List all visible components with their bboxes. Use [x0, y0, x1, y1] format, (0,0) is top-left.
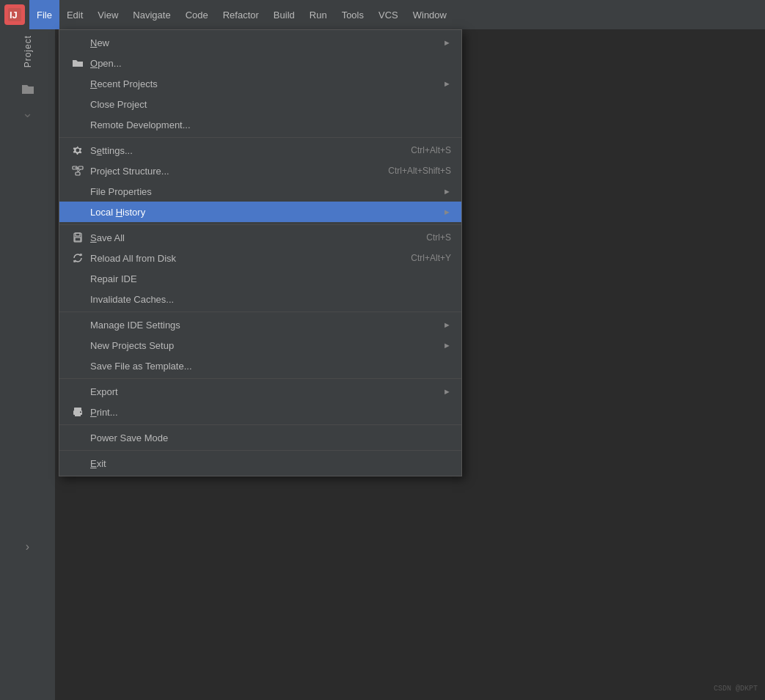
svg-text:IJ: IJ — [10, 10, 18, 21]
menu-refactor[interactable]: Refactor — [216, 0, 266, 29]
menu-file[interactable]: File — [29, 0, 59, 29]
menu-item-manage-ide-label: Manage IDE Settings — [90, 320, 437, 331]
menu-item-new[interactable]: New ► — [59, 32, 461, 53]
menu-item-repair-ide[interactable]: Repair IDE — [59, 268, 461, 289]
new-arrow: ► — [443, 38, 451, 47]
svg-rect-14 — [80, 412, 81, 413]
menu-section-2: Settings... Ctrl+Alt+S Project Structure… — [59, 138, 461, 225]
sidebar-chevron-icon: ⌄ — [22, 105, 33, 121]
svg-line-7 — [78, 169, 81, 172]
menu-run[interactable]: Run — [302, 0, 334, 29]
sidebar: Project ⌄ › — [0, 29, 55, 700]
menu-code[interactable]: Code — [178, 0, 216, 29]
print-icon — [70, 407, 86, 417]
recent-arrow: ► — [443, 79, 451, 88]
menu-item-local-history[interactable]: Local History ► — [59, 202, 461, 222]
new-projects-setup-arrow: ► — [443, 341, 451, 350]
menu-item-power-save-mode-label: Power Save Mode — [90, 432, 451, 443]
menu-item-close-project[interactable]: Close Project — [59, 94, 461, 114]
settings-icon — [70, 145, 86, 155]
sidebar-arrow-icon: › — [0, 540, 55, 553]
menu-item-save-all-label: Save All — [90, 232, 411, 243]
menu-item-local-history-label: Local History — [90, 207, 437, 218]
reload-icon — [70, 253, 86, 263]
menu-item-file-properties-label: File Properties — [90, 186, 437, 197]
menu-item-project-structure-label: Project Structure... — [90, 166, 373, 177]
menu-item-project-structure[interactable]: Project Structure... Ctrl+Alt+Shift+S — [59, 161, 461, 181]
menu-item-recent-label: Recent Projects — [90, 78, 437, 89]
open-icon — [70, 58, 86, 68]
logo-icon: IJ — [4, 4, 25, 25]
local-history-arrow: ► — [443, 207, 451, 216]
menu-item-print[interactable]: Print... — [59, 402, 461, 422]
menu-item-open[interactable]: Open... — [59, 53, 461, 73]
menu-navigate[interactable]: Navigate — [125, 0, 177, 29]
sidebar-folder-icon — [21, 82, 35, 99]
svg-rect-9 — [76, 233, 80, 236]
menu-item-reload[interactable]: Reload All from Disk Ctrl+Alt+Y — [59, 248, 461, 268]
file-dropdown-menu: New ► Open... Recent Projects ► Close Pr… — [59, 29, 462, 476]
menu-item-invalidate-caches[interactable]: Invalidate Caches... — [59, 289, 461, 309]
menu-item-recent[interactable]: Recent Projects ► — [59, 73, 461, 94]
menu-item-settings[interactable]: Settings... Ctrl+Alt+S — [59, 140, 461, 161]
menu-item-exit[interactable]: Exit — [59, 453, 461, 474]
menu-item-exit-label: Exit — [90, 458, 451, 469]
menu-item-print-label: Print... — [90, 407, 451, 418]
menu-section-3: Save All Ctrl+S Reload All from Disk Ctr… — [59, 225, 461, 312]
menu-item-project-structure-shortcut: Ctrl+Alt+Shift+S — [373, 166, 451, 176]
menu-item-export[interactable]: Export ► — [59, 381, 461, 402]
svg-rect-13 — [75, 413, 81, 416]
app-logo: IJ — [0, 0, 29, 29]
menu-item-export-label: Export — [90, 386, 437, 397]
menu-item-reload-shortcut: Ctrl+Alt+Y — [396, 253, 451, 263]
menu-item-power-save-mode[interactable]: Power Save Mode — [59, 427, 461, 448]
menu-window[interactable]: Window — [406, 0, 454, 29]
menu-item-save-all-shortcut: Ctrl+S — [411, 232, 451, 243]
menu-section-1: New ► Open... Recent Projects ► Close Pr… — [59, 30, 461, 138]
menu-section-5: Export ► Print... — [59, 379, 461, 425]
menu-item-save-all[interactable]: Save All Ctrl+S — [59, 227, 461, 248]
menu-item-repair-ide-label: Repair IDE — [90, 273, 451, 284]
menu-item-remote-dev-label: Remote Development... — [90, 119, 451, 130]
menu-item-new-projects-setup[interactable]: New Projects Setup ► — [59, 335, 461, 355]
svg-rect-10 — [75, 237, 81, 241]
menu-item-close-project-label: Close Project — [90, 99, 451, 110]
sidebar-project-label: Project — [23, 35, 33, 67]
sidebar-project-tab[interactable]: Project — [23, 35, 33, 67]
project-structure-icon — [70, 166, 86, 176]
menu-item-file-properties[interactable]: File Properties ► — [59, 181, 461, 202]
menu-item-invalidate-caches-label: Invalidate Caches... — [90, 294, 451, 305]
menu-item-settings-shortcut: Ctrl+Alt+S — [396, 145, 451, 155]
svg-rect-11 — [74, 408, 81, 410]
menu-edit[interactable]: Edit — [59, 0, 90, 29]
menu-item-new-projects-setup-label: New Projects Setup — [90, 340, 437, 351]
menu-section-4: Manage IDE Settings ► New Projects Setup… — [59, 312, 461, 379]
menu-item-save-as-template-label: Save File as Template... — [90, 361, 451, 372]
menu-item-settings-label: Settings... — [90, 145, 396, 156]
menu-item-new-label: New — [90, 37, 437, 48]
menu-section-6: Power Save Mode — [59, 425, 461, 451]
menu-vcs[interactable]: VCS — [371, 0, 406, 29]
menubar: IJ File Edit View Navigate Code Refactor… — [0, 0, 765, 29]
menu-view[interactable]: View — [90, 0, 125, 29]
save-all-icon — [70, 232, 86, 243]
manage-ide-arrow: ► — [443, 320, 451, 329]
menu-tools[interactable]: Tools — [334, 0, 371, 29]
menu-item-remote-dev[interactable]: Remote Development... — [59, 114, 461, 135]
file-properties-arrow: ► — [443, 187, 451, 196]
menu-item-reload-label: Reload All from Disk — [90, 253, 396, 264]
export-arrow: ► — [443, 387, 451, 396]
menu-item-open-label: Open... — [90, 58, 451, 69]
svg-rect-3 — [78, 166, 83, 169]
watermark: CSDN @DKPT — [714, 685, 758, 693]
svg-rect-4 — [76, 172, 80, 175]
menu-section-7: Exit — [59, 451, 461, 476]
menu-build[interactable]: Build — [266, 0, 302, 29]
menu-item-manage-ide[interactable]: Manage IDE Settings ► — [59, 314, 461, 335]
menu-item-save-as-template[interactable]: Save File as Template... — [59, 355, 461, 376]
